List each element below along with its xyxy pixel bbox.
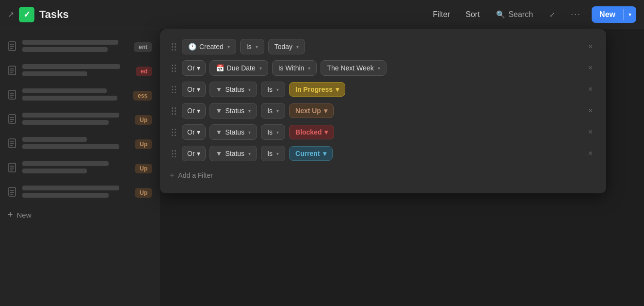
remove-filter-2-button[interactable]: × bbox=[584, 62, 596, 74]
sidebar-line bbox=[22, 186, 119, 190]
connector-chip-or[interactable]: Or ▾ bbox=[182, 103, 206, 119]
field-chip-status[interactable]: ▼ Status ▾ bbox=[209, 146, 258, 161]
sidebar-line bbox=[22, 88, 107, 93]
value-label-next-week: The Next Week bbox=[327, 64, 373, 72]
calendar-icon: 📅 bbox=[216, 64, 224, 72]
list-item[interactable]: Up bbox=[0, 108, 160, 132]
chevron-down-icon: ▾ bbox=[248, 130, 251, 135]
status-badge: ess bbox=[133, 91, 152, 101]
document-icon bbox=[8, 90, 17, 102]
new-button[interactable]: New bbox=[592, 6, 623, 23]
sidebar: ent ed ess Up bbox=[0, 29, 160, 306]
document-icon bbox=[8, 66, 17, 77]
connector-chip-or[interactable]: Or ▾ bbox=[182, 124, 206, 140]
document-icon bbox=[8, 163, 17, 174]
remove-filter-6-button[interactable]: × bbox=[584, 147, 596, 160]
remove-filter-4-button[interactable]: × bbox=[584, 104, 596, 117]
drag-handle-6[interactable] bbox=[170, 150, 178, 157]
operator-label-is: Is bbox=[267, 150, 273, 157]
filter-label: Filter bbox=[433, 10, 450, 19]
connector-chip-or[interactable]: Or ▾ bbox=[182, 146, 206, 161]
value-chip-current[interactable]: Current ▾ bbox=[289, 146, 333, 161]
field-chip-status[interactable]: ▼ Status ▾ bbox=[209, 82, 258, 97]
add-filter-label: Add a Filter bbox=[178, 171, 213, 179]
filter-row-6: Or ▾ ▼ Status ▾ Is ▾ Current ▾ × bbox=[170, 146, 596, 161]
field-chip-status[interactable]: ▼ Status ▾ bbox=[209, 103, 258, 119]
chevron-down-icon: ▾ bbox=[256, 44, 258, 50]
filter-button[interactable]: Filter bbox=[428, 7, 455, 22]
list-item[interactable]: Up bbox=[0, 132, 160, 156]
svg-rect-24 bbox=[9, 187, 16, 196]
list-item[interactable]: Up bbox=[0, 156, 160, 181]
field-label-status: Status bbox=[225, 107, 244, 115]
remove-filter-5-button[interactable]: × bbox=[584, 126, 596, 138]
connector-chip-or[interactable]: Or ▾ bbox=[182, 82, 206, 97]
sidebar-line bbox=[22, 113, 119, 118]
field-chip-created[interactable]: 🕐 Created ▾ bbox=[182, 39, 236, 54]
chevron-down-icon: ▾ bbox=[197, 107, 200, 115]
more-button[interactable]: ··· bbox=[566, 6, 586, 22]
search-button[interactable]: 🔍 Search bbox=[490, 7, 539, 22]
plus-icon: + bbox=[170, 171, 174, 180]
value-label-today: Today bbox=[274, 43, 292, 51]
expand-icon: ⤢ bbox=[549, 11, 555, 18]
status-icon: ▼ bbox=[216, 150, 223, 157]
connector-label-or: Or bbox=[187, 150, 195, 157]
field-label-status: Status bbox=[225, 85, 244, 93]
header-left: ↗ ✓ Tasks bbox=[8, 7, 428, 22]
field-chip-status[interactable]: ▼ Status ▾ bbox=[209, 124, 258, 140]
field-chip-due-date[interactable]: 📅 Due Date ▾ bbox=[209, 60, 268, 76]
value-label-current: Current bbox=[295, 150, 320, 157]
value-label-blocked: Blocked bbox=[295, 128, 322, 136]
connector-label-or: Or bbox=[187, 64, 195, 72]
clock-icon: 🕐 bbox=[188, 43, 196, 51]
operator-chip-is[interactable]: Is ▾ bbox=[240, 39, 264, 54]
operator-chip-is[interactable]: Is ▾ bbox=[261, 124, 285, 140]
list-item[interactable]: ess bbox=[0, 84, 160, 108]
main-area: ent ed ess Up bbox=[0, 29, 644, 306]
sidebar-text bbox=[22, 113, 130, 127]
drag-handle-4[interactable] bbox=[170, 107, 178, 115]
chevron-down-icon: ▾ bbox=[336, 85, 339, 93]
operator-label-is: Is bbox=[267, 85, 273, 93]
drag-handle-2[interactable] bbox=[170, 65, 178, 72]
sort-label: Sort bbox=[466, 10, 480, 19]
header-right: Filter Sort 🔍 Search ⤢ ··· New ▾ bbox=[428, 6, 636, 23]
sidebar-new-button[interactable]: + New bbox=[0, 205, 160, 225]
value-chip-blocked[interactable]: Blocked ▾ bbox=[289, 125, 334, 139]
operator-chip-is[interactable]: Is ▾ bbox=[261, 103, 285, 119]
new-dropdown-button[interactable]: ▾ bbox=[624, 7, 636, 22]
new-button-group: New ▾ bbox=[592, 6, 636, 23]
list-item[interactable]: Up bbox=[0, 181, 160, 205]
back-arrow-icon[interactable]: ↗ bbox=[8, 10, 14, 19]
operator-label-is-within: Is Within bbox=[278, 64, 305, 72]
app-icon: ✓ bbox=[19, 7, 34, 22]
drag-handle-3[interactable] bbox=[170, 86, 178, 93]
sort-button[interactable]: Sort bbox=[461, 7, 484, 22]
value-chip-next-up[interactable]: Next Up ▾ bbox=[289, 103, 334, 118]
list-item[interactable]: ed bbox=[0, 59, 160, 84]
search-label: Search bbox=[508, 10, 533, 19]
remove-filter-1-button[interactable]: × bbox=[584, 40, 596, 53]
chevron-down-icon: ▾ bbox=[324, 107, 327, 115]
list-item[interactable]: ent bbox=[0, 35, 160, 59]
status-icon: ▼ bbox=[216, 107, 223, 115]
drag-handle-5[interactable] bbox=[170, 129, 178, 136]
drag-handle-1[interactable] bbox=[170, 43, 178, 51]
sidebar-line bbox=[22, 137, 87, 142]
value-chip-in-progress[interactable]: In Progress ▾ bbox=[289, 82, 345, 97]
operator-chip-is-within[interactable]: Is Within ▾ bbox=[272, 60, 317, 76]
remove-filter-3-button[interactable]: × bbox=[584, 83, 596, 96]
search-icon: 🔍 bbox=[496, 10, 505, 19]
sidebar-line bbox=[22, 193, 109, 198]
value-chip-next-week[interactable]: The Next Week ▾ bbox=[321, 60, 386, 76]
chevron-down-icon: ▾ bbox=[276, 87, 279, 92]
filter-row-5: Or ▾ ▼ Status ▾ Is ▾ Blocked ▾ × bbox=[170, 124, 596, 140]
operator-chip-is[interactable]: Is ▾ bbox=[261, 82, 285, 97]
add-filter-button[interactable]: + Add a Filter bbox=[170, 167, 596, 184]
connector-chip-or[interactable]: Or ▾ bbox=[182, 60, 206, 76]
value-chip-today[interactable]: Today ▾ bbox=[268, 39, 305, 54]
filter-panel: 🕐 Created ▾ Is ▾ Today ▾ × Or ▾ bbox=[160, 29, 606, 193]
operator-chip-is[interactable]: Is ▾ bbox=[261, 146, 285, 161]
expand-button[interactable]: ⤢ bbox=[545, 8, 560, 21]
